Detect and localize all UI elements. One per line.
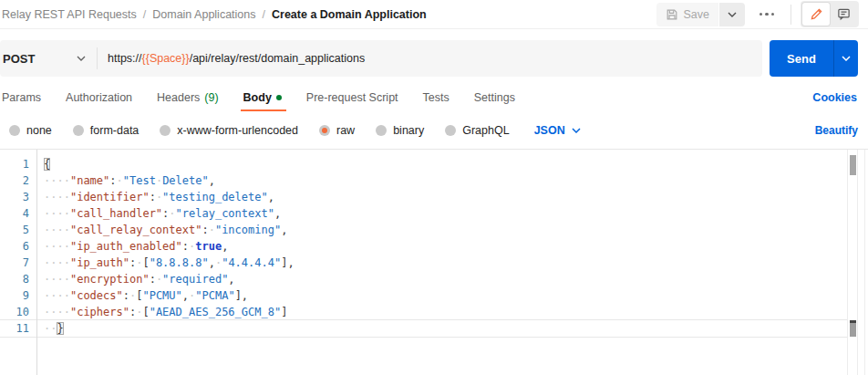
body-type-binary[interactable]: binary xyxy=(376,124,424,137)
tab-label: Tests xyxy=(423,91,450,104)
tab-authorization[interactable]: Authorization xyxy=(66,84,132,111)
tab-label: Authorization xyxy=(66,91,132,104)
radio-icon[interactable] xyxy=(376,125,387,136)
line-content: ····"call_relay_context":·"incoming", xyxy=(29,222,287,238)
scrollbar-cursor-mark xyxy=(850,320,856,337)
body-type-none[interactable]: none xyxy=(9,124,52,137)
breadcrumb-item-domain-applications[interactable]: Domain Applications xyxy=(152,8,255,21)
radio-icon[interactable] xyxy=(160,125,170,136)
language-label: JSON xyxy=(534,124,565,137)
tab-settings[interactable]: Settings xyxy=(474,84,515,111)
toolbar-actions: Save xyxy=(656,1,860,27)
radio-icon[interactable] xyxy=(9,125,20,136)
more-options-icon xyxy=(760,13,763,16)
code-line-5[interactable]: 5····"call_relay_context":·"incoming", xyxy=(0,222,847,238)
line-number: 5 xyxy=(0,222,29,238)
body-type-label: x-www-form-urlencoded xyxy=(177,124,298,137)
code-line-9[interactable]: 9····"codecs":·["PCMU",·"PCMA"], xyxy=(0,287,847,304)
scrollbar-thumb[interactable] xyxy=(850,155,856,175)
line-number: 6 xyxy=(0,238,29,255)
save-options-button[interactable] xyxy=(719,3,745,26)
line-number: 11 xyxy=(0,320,29,337)
line-number: 3 xyxy=(0,189,29,205)
url-variable: {{Space}} xyxy=(142,52,190,65)
code-line-3[interactable]: 3····"identifier":·"testing_delete", xyxy=(0,189,847,205)
line-content: ····"encryption":·"required", xyxy=(29,271,235,287)
postman-request-view: Relay REST API Requests/Domain Applicati… xyxy=(0,0,868,375)
line-number: 4 xyxy=(0,205,29,222)
toolbar-divider xyxy=(790,5,791,25)
body-type-label: binary xyxy=(393,124,424,137)
tab-headers[interactable]: Headers(9) xyxy=(157,84,219,111)
language-selector[interactable]: JSON xyxy=(534,124,581,137)
line-content: ····"ip_auth":·["8.8.8.8",·"4.4.4.4"], xyxy=(29,255,294,271)
line-number: 1 xyxy=(0,156,29,172)
code-line-1[interactable]: 1{ xyxy=(0,156,847,172)
edit-mode-button[interactable] xyxy=(802,3,830,26)
breadcrumb-item-relay-rest-api-requests[interactable]: Relay REST API Requests xyxy=(2,8,137,21)
code-line-6[interactable]: 6····"ip_auth_enabled":·true, xyxy=(0,238,847,255)
send-options-button[interactable] xyxy=(833,40,858,77)
code-line-2[interactable]: 2····"name":·"Test·Delete", xyxy=(0,172,847,189)
toolbar: Relay REST API Requests/Domain Applicati… xyxy=(0,0,868,29)
radio-icon[interactable] xyxy=(73,125,84,136)
comment-mode-button[interactable] xyxy=(830,3,857,26)
line-number: 2 xyxy=(0,172,29,189)
url-bar: POST https://{{Space}}/api/relay/rest/do… xyxy=(0,40,762,77)
radio-icon[interactable] xyxy=(319,125,330,136)
body-type-options: noneform-datax-www-form-urlencodedrawbin… xyxy=(9,124,531,137)
method-label: POST xyxy=(3,52,35,66)
tab-label: Body xyxy=(243,91,272,104)
request-tabs-row: ParamsAuthorizationHeaders(9)BodyPre-req… xyxy=(0,84,868,111)
code-line-8[interactable]: 8····"encryption":·"required", xyxy=(0,271,847,287)
body-type-raw[interactable]: raw xyxy=(319,124,355,137)
request-url-row: POST https://{{Space}}/api/relay/rest/do… xyxy=(0,40,868,77)
more-options-button[interactable] xyxy=(752,3,781,26)
comment-icon xyxy=(837,7,851,21)
line-content: ··} xyxy=(29,320,64,337)
cookies-link[interactable]: Cookies xyxy=(812,91,857,104)
body-code-editor[interactable]: 1{2····"name":·"Test·Delete",3····"ident… xyxy=(0,150,868,375)
radio-icon[interactable] xyxy=(445,125,456,136)
chevron-down-icon xyxy=(842,56,851,61)
body-type-form-data[interactable]: form-data xyxy=(73,124,140,137)
beautify-button[interactable]: Beautify xyxy=(815,124,858,137)
code-line-4[interactable]: 4····"call_handler":·"relay_context", xyxy=(0,205,847,222)
gutter-border xyxy=(36,150,37,375)
body-present-dot-icon xyxy=(276,95,282,100)
mode-segmented-control xyxy=(801,1,859,27)
send-button[interactable]: Send xyxy=(770,40,833,77)
line-content: ····"identifier":·"testing_delete", xyxy=(29,189,274,205)
body-type-graphql[interactable]: GraphQL xyxy=(445,124,509,137)
send-button-group: Send xyxy=(770,40,858,77)
url-path: /api/relay/rest/domain_applications xyxy=(190,52,365,65)
save-button[interactable]: Save xyxy=(656,3,719,26)
code-lines: 1{2····"name":·"Test·Delete",3····"ident… xyxy=(0,150,847,337)
chevron-down-icon xyxy=(728,12,737,17)
line-content: ····"name":·"Test·Delete", xyxy=(29,172,215,189)
line-number: 9 xyxy=(0,287,29,304)
headers-count-badge: (9) xyxy=(204,91,218,104)
tab-label: Settings xyxy=(474,91,515,104)
method-selector[interactable]: POST xyxy=(0,40,97,77)
line-number: 8 xyxy=(0,271,29,287)
save-button-label: Save xyxy=(684,8,710,21)
tab-body[interactable]: Body xyxy=(243,84,282,111)
breadcrumb-item-create-a-domain-application[interactable]: Create a Domain Application xyxy=(272,8,427,21)
code-line-10[interactable]: 10····"ciphers":·["AEAD_AES_256_GCM_8"] xyxy=(0,304,847,320)
body-type-x-www-form-urlencoded[interactable]: x-www-form-urlencoded xyxy=(160,124,298,137)
editor-scrollbar[interactable] xyxy=(847,150,858,375)
tab-params[interactable]: Params xyxy=(2,84,41,111)
pane-right-edge xyxy=(864,150,865,375)
tab-label: Headers xyxy=(157,91,200,104)
code-line-11[interactable]: 11··} xyxy=(0,320,847,337)
code-line-7[interactable]: 7····"ip_auth":·["8.8.8.8",·"4.4.4.4"], xyxy=(0,255,847,271)
breadcrumb-separator: / xyxy=(143,8,146,21)
line-content: ····"ciphers":·["AEAD_AES_256_GCM_8"] xyxy=(29,304,287,320)
chevron-down-icon xyxy=(77,56,86,61)
tab-pre-request-script[interactable]: Pre-request Script xyxy=(306,84,398,111)
body-type-row: noneform-datax-www-form-urlencodedrawbin… xyxy=(0,119,868,142)
url-prefix: https:// xyxy=(108,52,142,65)
url-input[interactable]: https://{{Space}}/api/relay/rest/domain_… xyxy=(98,52,762,65)
tab-tests[interactable]: Tests xyxy=(423,84,450,111)
